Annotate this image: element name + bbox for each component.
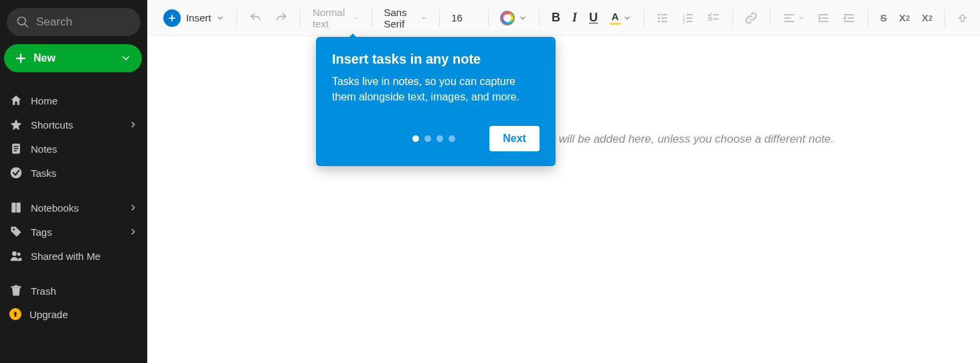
toolbar-separator: [236, 9, 237, 27]
upgrade-icon: [9, 308, 21, 320]
italic-button[interactable]: I: [568, 8, 581, 27]
superscript-button[interactable]: X2: [895, 9, 914, 26]
svg-rect-6: [14, 148, 19, 149]
chevron-right-icon: [129, 120, 138, 129]
bulleted-list-button[interactable]: [652, 9, 673, 27]
indent-decrease-button[interactable]: [838, 9, 860, 27]
svg-rect-10: [16, 203, 20, 213]
notebook-icon: [9, 201, 23, 214]
new-button-content: New: [15, 52, 56, 64]
search-input[interactable]: Search: [7, 8, 141, 36]
strikethrough-button[interactable]: S: [876, 9, 891, 26]
more-icon: [957, 11, 968, 25]
sidebar-item-tasks[interactable]: Tasks: [0, 161, 147, 185]
trash-icon: [9, 284, 23, 297]
svg-rect-25: [686, 14, 692, 15]
chevron-right-icon: [129, 203, 138, 212]
search-wrap: Search: [0, 8, 147, 44]
svg-rect-39: [844, 14, 854, 15]
note-icon: [9, 142, 23, 155]
svg-rect-7: [14, 151, 17, 152]
sidebar-item-shared[interactable]: Shared with Me: [0, 244, 147, 268]
step-dot-3[interactable]: [436, 135, 443, 142]
chevron-down-icon: [421, 14, 427, 22]
toolbar-separator: [372, 9, 372, 27]
popover-footer: Next: [332, 126, 540, 151]
bold-button[interactable]: B: [548, 8, 564, 27]
new-button-label: New: [33, 52, 56, 64]
indent-decrease-icon: [842, 11, 855, 25]
toolbar-separator: [439, 9, 440, 27]
svg-rect-30: [713, 14, 718, 15]
svg-rect-40: [848, 17, 854, 19]
svg-rect-33: [785, 14, 795, 15]
svg-line-1: [25, 24, 28, 27]
paragraph-style-value: Normal text: [313, 7, 349, 29]
nav-group-organize: Notebooks Tags Shared with Me: [0, 196, 147, 268]
align-left-icon: [783, 11, 796, 25]
sidebar-item-notebooks[interactable]: Notebooks: [0, 196, 147, 220]
redo-icon: [274, 11, 288, 25]
sidebar-item-tags[interactable]: Tags: [0, 220, 147, 244]
sidebar-item-label: Tags: [31, 226, 52, 238]
font-size-value: 16: [451, 12, 463, 23]
chevron-down-icon: [216, 14, 224, 22]
sidebar-item-home[interactable]: Home: [0, 88, 147, 113]
tag-icon: [9, 225, 23, 238]
highlight-icon: A: [610, 11, 621, 25]
font-color-button[interactable]: [496, 8, 531, 28]
people-icon: [9, 249, 23, 263]
new-button-wrap: New: [0, 44, 147, 76]
indent-increase-button[interactable]: [813, 9, 834, 27]
link-button[interactable]: [740, 9, 762, 27]
sidebar-nav: Home Shortcuts Notes Tasks: [0, 76, 147, 336]
more-button[interactable]: [953, 9, 972, 27]
sidebar: Search New Home Shortcuts: [0, 0, 147, 363]
redo-button[interactable]: [270, 9, 292, 27]
sidebar-item-shortcuts[interactable]: Shortcuts: [0, 113, 147, 137]
toolbar-separator: [868, 9, 868, 27]
bulleted-list-icon: [656, 11, 669, 25]
paragraph-style-select[interactable]: Normal text: [309, 4, 363, 32]
underline-button[interactable]: U: [585, 8, 602, 27]
search-placeholder: Search: [36, 15, 72, 29]
align-left-button[interactable]: [779, 9, 809, 27]
svg-point-18: [657, 13, 659, 15]
chevron-down-icon: [120, 53, 131, 64]
check-circle-icon: [9, 166, 23, 179]
svg-rect-21: [661, 17, 667, 19]
step-dot-4[interactable]: [448, 135, 455, 142]
svg-rect-19: [661, 14, 667, 15]
new-button[interactable]: New: [4, 44, 142, 72]
editor-area: Insert Normal text Sans Serif: [147, 0, 980, 363]
undo-button[interactable]: [245, 9, 266, 27]
checklist-icon: [707, 11, 720, 25]
svg-rect-37: [823, 17, 829, 19]
toolbar-separator: [643, 9, 644, 27]
toolbar-separator: [539, 9, 540, 27]
font-size-select[interactable]: 16: [448, 9, 480, 26]
chevron-right-icon: [129, 227, 138, 236]
svg-point-13: [17, 252, 21, 256]
svg-rect-5: [14, 146, 19, 147]
chevron-down-icon: [353, 14, 359, 22]
sidebar-item-label: Shared with Me: [31, 250, 100, 262]
sidebar-item-trash[interactable]: Trash: [0, 279, 147, 303]
highlight-button[interactable]: A: [606, 9, 635, 27]
sidebar-item-notes[interactable]: Notes: [0, 137, 147, 161]
sidebar-item-upgrade[interactable]: Upgrade: [0, 303, 147, 325]
step-dot-1[interactable]: [412, 135, 419, 142]
insert-button[interactable]: Insert: [159, 7, 229, 29]
checklist-button[interactable]: [703, 9, 724, 27]
numbered-list-button[interactable]: 123: [677, 9, 699, 27]
subscript-button[interactable]: X2: [918, 9, 936, 26]
popover-title: Insert tasks in any note: [332, 52, 540, 67]
step-dot-2[interactable]: [424, 135, 431, 142]
editor-content[interactable]: Tasks you add from the create button wil…: [147, 36, 980, 363]
popover-next-button[interactable]: Next: [489, 126, 540, 151]
nav-group-primary: Home Shortcuts Notes Tasks: [0, 88, 147, 185]
sidebar-item-label: Tasks: [31, 167, 56, 179]
svg-point-11: [13, 228, 15, 230]
toolbar-separator: [770, 9, 770, 27]
font-family-select[interactable]: Sans Serif: [380, 4, 431, 32]
